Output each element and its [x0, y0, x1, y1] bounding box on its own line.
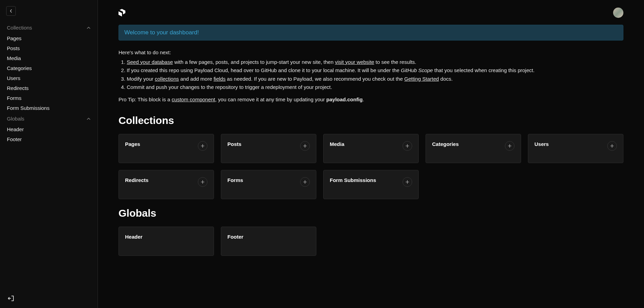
card-categories[interactable]: Categories: [426, 134, 521, 163]
card-title: Form Submissions: [330, 177, 376, 183]
intro-step-3: Modify your collections and add more fie…: [127, 75, 623, 83]
logo[interactable]: [118, 9, 125, 16]
card-forms[interactable]: Forms: [221, 170, 316, 199]
nav-group-label: Collections: [7, 25, 32, 31]
nav-group-label: Globals: [7, 116, 24, 122]
sidebar-item-media[interactable]: Media: [0, 53, 98, 63]
plus-icon: [508, 144, 512, 148]
intro-step-4: Commit and push your changes to the repo…: [127, 83, 623, 92]
intro-step-2: If you created this repo using Payload C…: [127, 66, 623, 75]
card-title: Pages: [125, 141, 140, 147]
chevron-left-icon: [9, 9, 13, 13]
collections-grid: Pages Posts Media Categories Users Redir…: [118, 134, 623, 199]
plus-icon: [303, 144, 307, 148]
pro-tip: Pro Tip: This block is a custom componen…: [118, 96, 623, 102]
globals-grid: Header Footer: [118, 227, 623, 256]
chevron-up-icon: [87, 26, 91, 30]
sidebar-item-posts[interactable]: Posts: [0, 43, 98, 53]
sidebar-item-form-submissions[interactable]: Form Submissions: [0, 103, 98, 113]
add-form-submissions-button[interactable]: [403, 177, 412, 187]
card-title: Redirects: [125, 177, 148, 183]
plus-icon: [405, 180, 409, 184]
main-content: Welcome to your dashboard! Here's what t…: [98, 0, 644, 308]
card-title: Media: [330, 141, 344, 147]
add-users-button[interactable]: [607, 141, 617, 151]
plus-icon: [610, 144, 614, 148]
card-users[interactable]: Users: [528, 134, 623, 163]
nav-group-globals[interactable]: Globals: [0, 113, 98, 124]
card-footer[interactable]: Footer: [221, 227, 316, 256]
add-categories-button[interactable]: [505, 141, 515, 151]
card-media[interactable]: Media: [323, 134, 419, 163]
intro-lead: Here's what to do next:: [118, 49, 623, 57]
card-title: Footer: [227, 234, 244, 240]
topbar: [118, 0, 623, 25]
card-header[interactable]: Header: [118, 227, 214, 256]
welcome-banner: Welcome to your dashboard!: [118, 25, 623, 41]
logout-button[interactable]: [8, 295, 14, 302]
plus-icon: [405, 144, 409, 148]
visit-website-link[interactable]: visit your website: [335, 59, 374, 65]
add-posts-button[interactable]: [300, 141, 310, 151]
card-title: Users: [534, 141, 549, 147]
globals-heading: Globals: [118, 207, 623, 219]
seed-database-link[interactable]: Seed your database: [127, 59, 173, 65]
card-posts[interactable]: Posts: [221, 134, 316, 163]
plus-icon: [201, 144, 205, 148]
card-title: Header: [125, 234, 143, 240]
sidebar-collapse-button[interactable]: [6, 6, 16, 16]
sidebar-item-footer[interactable]: Footer: [0, 134, 98, 144]
plus-icon: [303, 180, 307, 184]
logout-icon: [8, 295, 14, 302]
sidebar-item-header[interactable]: Header: [0, 124, 98, 134]
fields-link[interactable]: fields: [214, 76, 226, 82]
sidebar-item-redirects[interactable]: Redirects: [0, 83, 98, 93]
card-form-submissions[interactable]: Form Submissions: [323, 170, 419, 199]
getting-started-link[interactable]: Getting Started: [404, 76, 439, 82]
add-redirects-button[interactable]: [198, 177, 207, 187]
plus-icon: [201, 180, 205, 184]
payload-logo-icon: [118, 9, 125, 16]
card-redirects[interactable]: Redirects: [118, 170, 214, 199]
card-pages[interactable]: Pages: [118, 134, 214, 163]
avatar[interactable]: [613, 8, 623, 18]
add-pages-button[interactable]: [198, 141, 207, 151]
sidebar-item-forms[interactable]: Forms: [0, 93, 98, 103]
sidebar-item-categories[interactable]: Categories: [0, 63, 98, 73]
sidebar-item-users[interactable]: Users: [0, 73, 98, 83]
collections-heading: Collections: [118, 115, 623, 126]
sidebar-item-pages[interactable]: Pages: [0, 33, 98, 43]
add-media-button[interactable]: [403, 141, 412, 151]
sidebar: Collections Pages Posts Media Categories…: [0, 0, 98, 308]
chevron-up-icon: [87, 117, 91, 121]
card-title: Forms: [227, 177, 243, 183]
nav-group-collections[interactable]: Collections: [0, 22, 98, 33]
add-forms-button[interactable]: [300, 177, 310, 187]
custom-component-link[interactable]: custom component: [172, 96, 215, 102]
intro-block: Here's what to do next: Seed your databa…: [118, 49, 623, 102]
intro-step-1: Seed your database with a few pages, pos…: [127, 58, 623, 67]
card-title: Categories: [432, 141, 459, 147]
collections-link[interactable]: collections: [155, 76, 179, 82]
card-title: Posts: [227, 141, 241, 147]
